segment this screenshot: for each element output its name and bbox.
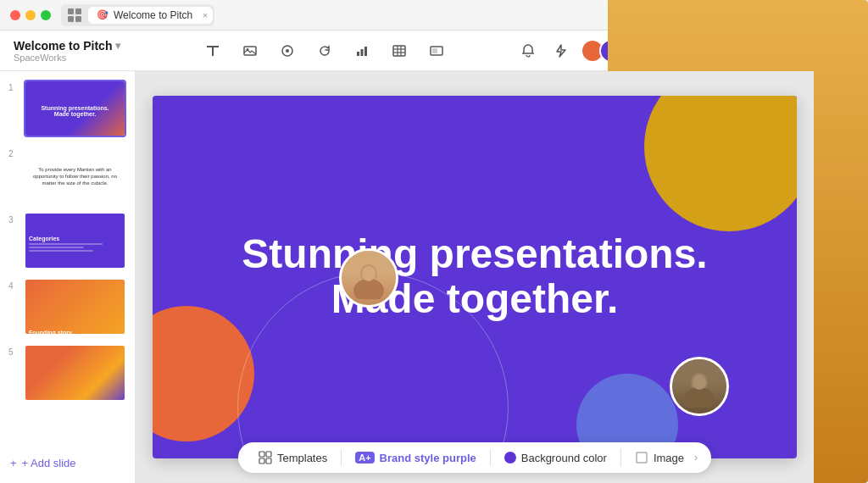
templates-icon (259, 451, 272, 464)
slide-num-4: 4 (8, 281, 19, 291)
shape-tool-button[interactable] (275, 39, 299, 63)
slide-headline: Stunning presentations. Made together. (185, 232, 765, 322)
svg-rect-27 (266, 458, 271, 464)
person-face-2 (672, 359, 726, 414)
slide-headline-line1: Stunning presentations. (185, 232, 765, 277)
tab-label: Welcome to Pitch (114, 9, 192, 21)
brand-label: Brand style purple (380, 452, 476, 464)
svg-point-20 (362, 266, 376, 281)
slide-headline-line2: Made together. (185, 277, 765, 322)
background-color-label: Background color (521, 452, 607, 464)
app-name: Welcome to Pitch (14, 39, 112, 53)
person-avatar-2 (670, 357, 729, 416)
add-slide-button[interactable]: + + Add slide (7, 450, 128, 476)
svg-rect-8 (364, 47, 367, 56)
background-color-button[interactable]: Background color (498, 448, 614, 468)
traffic-lights (10, 10, 51, 20)
person-face-1 (342, 251, 396, 305)
svg-rect-6 (357, 52, 359, 56)
svg-point-23 (693, 375, 706, 390)
image-tool-button[interactable] (238, 39, 262, 63)
background-color-swatch (504, 452, 516, 464)
slide-thumb-2[interactable]: 2 To provide every Martian with an oppor… (7, 144, 128, 205)
tab-close-icon[interactable]: × (203, 10, 208, 20)
image-label: Image (654, 452, 684, 464)
lightning-button[interactable] (548, 39, 572, 63)
gold-circle-decoration (644, 96, 797, 231)
main-content: 1 Stunning presentations.Made together. … (0, 71, 868, 483)
svg-point-22 (684, 387, 715, 408)
fullscreen-traffic-light[interactable] (41, 10, 51, 20)
slide-preview-3[interactable]: Categories (24, 212, 126, 269)
slide-num-2: 2 (8, 149, 19, 158)
slide-preview-4[interactable]: Founding story (24, 278, 126, 336)
text-tool-button[interactable] (201, 39, 225, 63)
svg-rect-0 (207, 46, 219, 47)
toolbar-divider-2 (490, 449, 491, 466)
image-icon (635, 451, 648, 464)
toolbar-more-chevron[interactable]: › (694, 452, 698, 464)
slide-num-5: 5 (8, 347, 19, 357)
app-title[interactable]: Welcome to Pitch ▾ (14, 39, 132, 53)
templates-button[interactable]: Templates (252, 447, 334, 468)
svg-rect-24 (259, 452, 264, 457)
slide-thumb-3[interactable]: 3 Categories (7, 210, 128, 271)
notifications-button[interactable] (516, 39, 540, 63)
brand-icon: A+ (355, 452, 374, 464)
table-tool-button[interactable] (387, 39, 411, 63)
slide-thumb-5[interactable]: 5 (7, 342, 128, 403)
brand-style-button[interactable]: A+ Brand style purple (348, 448, 483, 468)
svg-rect-9 (393, 46, 405, 56)
slide-thumb-1[interactable]: 1 Stunning presentations.Made together. (7, 78, 128, 139)
slide-thumb-4[interactable]: 4 Founding story (7, 276, 128, 337)
slide-preview-1[interactable]: Stunning presentations.Made together. (24, 80, 126, 137)
app-title-area: Welcome to Pitch ▾ SpaceWorks (14, 39, 132, 63)
slide-panel: 1 Stunning presentations.Made together. … (0, 71, 136, 483)
svg-rect-26 (259, 458, 264, 464)
toolbar-center (132, 39, 516, 63)
canvas-area[interactable]: Stunning presentations. Made together. (136, 71, 814, 483)
slide-num-1: 1 (8, 83, 19, 92)
svg-point-19 (353, 279, 384, 299)
templates-label: Templates (277, 452, 327, 464)
toolbar-divider-1 (341, 449, 342, 466)
slide-num-3: 3 (8, 215, 19, 225)
person-avatar-1 (339, 248, 398, 308)
refresh-tool-button[interactable] (313, 39, 337, 63)
svg-rect-25 (266, 452, 271, 457)
tab-group: 🎯 Welcome to Pitch × (61, 4, 214, 26)
bottom-toolbar: Templates A+ Brand style purple Backgrou… (238, 442, 711, 473)
app-title-chevron[interactable]: ▾ (115, 40, 120, 52)
app-switcher[interactable] (63, 6, 86, 25)
chart-tool-button[interactable] (350, 39, 374, 63)
add-slide-label: + Add slide (22, 457, 76, 469)
embed-tool-button[interactable] (425, 39, 448, 63)
svg-point-5 (286, 49, 289, 53)
add-slide-icon: + (10, 457, 17, 469)
slide-preview-5[interactable] (24, 344, 126, 402)
close-traffic-light[interactable] (10, 10, 20, 20)
svg-rect-7 (360, 49, 363, 56)
svg-rect-1 (212, 47, 214, 56)
tab-welcome-to-pitch[interactable]: 🎯 Welcome to Pitch × (88, 7, 213, 24)
app-subtitle: SpaceWorks (14, 53, 132, 63)
minimize-traffic-light[interactable] (25, 10, 36, 20)
slide-preview-2[interactable]: To provide every Martian with an opportu… (24, 146, 126, 203)
slide-canvas[interactable]: Stunning presentations. Made together. (153, 96, 797, 458)
toolbar-divider-3 (620, 449, 621, 466)
svg-rect-15 (432, 48, 437, 53)
image-button[interactable]: Image (628, 447, 691, 468)
